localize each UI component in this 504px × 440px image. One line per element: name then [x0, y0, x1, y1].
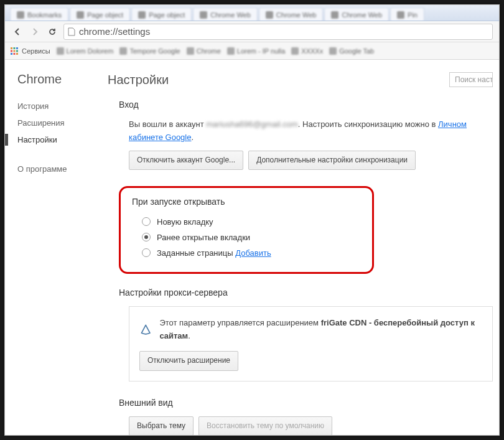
browser-tab[interactable]: Bookmarks: [10, 7, 68, 21]
section-title: При запуске открывать: [132, 197, 361, 207]
bookmark-item[interactable]: Lorem Dolorem: [57, 47, 114, 55]
disconnect-google-button[interactable]: Отключить аккаунт Google...: [129, 151, 243, 170]
section-proxy: Настройки прокси-сервера Этот параметр у…: [108, 288, 493, 381]
content-area: Chrome История Расширения Настройки О пр…: [5, 60, 499, 435]
browser-tab[interactable]: Chrome Web: [259, 7, 324, 21]
radio-icon: [142, 217, 151, 226]
section-appearance: Внешний вид Выбрать тему Восстановить те…: [108, 398, 493, 435]
browser-tab[interactable]: Page object: [131, 7, 192, 21]
account-email: mariusha696@gmail.com: [206, 119, 298, 129]
svg-rect-6: [11, 53, 12, 55]
bookmark-item[interactable]: XXXXx: [291, 47, 323, 55]
login-text: Вы вошли в аккаунт mariusha696@gmail.com…: [119, 118, 493, 170]
frigate-icon: [139, 323, 152, 337]
advanced-sync-button[interactable]: Дополнительные настройки синхронизации: [248, 151, 416, 170]
section-title: Вход: [119, 100, 493, 110]
browser-tab[interactable]: Page object: [70, 7, 130, 21]
radio-label: Новую вкладку: [157, 217, 213, 227]
radio-label: Ранее открытые вкладки: [157, 233, 250, 242]
radio-icon: [142, 248, 151, 257]
proxy-managed-box: Этот параметр управляется расширением fr…: [129, 306, 493, 381]
svg-rect-2: [16, 47, 18, 49]
sidebar-item-about[interactable]: О программе: [17, 161, 108, 177]
radio-icon: [142, 233, 151, 241]
proxy-message: Этот параметр управляется расширением fr…: [159, 317, 482, 343]
browser-tab[interactable]: Pin: [390, 7, 424, 21]
browser-tab[interactable]: Chrome Web: [193, 7, 258, 21]
svg-rect-0: [11, 47, 12, 49]
disable-extension-button[interactable]: Отключить расширение: [139, 351, 238, 370]
main-panel: Настройки Поиск наст Вход Вы вошли в акк…: [108, 60, 499, 435]
sidebar-item-extensions[interactable]: Расширения: [17, 115, 108, 131]
startup-option-newtab[interactable]: Новую вкладку: [132, 214, 361, 230]
startup-option-pages[interactable]: Заданные страницы Добавить: [132, 245, 361, 261]
tab-strip: Bookmarks Page object Page object Chrome…: [5, 5, 499, 21]
section-title: Внешний вид: [119, 398, 493, 408]
apps-shortcut[interactable]: Сервисы: [10, 47, 50, 55]
svg-rect-7: [14, 53, 16, 55]
bookmark-item[interactable]: Google Tab: [329, 47, 374, 55]
bookmarks-bar: Сервисы Lorem Dolorem Tempore Google Chr…: [5, 42, 499, 60]
startup-section-highlighted: При запуске открывать Новую вкладку Ране…: [119, 186, 374, 274]
svg-rect-1: [14, 47, 16, 49]
bookmark-item[interactable]: Lorem - IP nulla: [227, 47, 285, 55]
add-pages-link[interactable]: Добавить: [235, 248, 271, 258]
forward-button[interactable]: [29, 26, 41, 38]
choose-theme-button[interactable]: Выбрать тему: [129, 416, 194, 435]
bookmark-item[interactable]: Chrome: [187, 47, 221, 55]
radio-label: Заданные страницы Добавить: [157, 248, 271, 258]
toolbar: chrome://settings: [5, 21, 499, 42]
reset-theme-button: Восстановить тему по умолчанию: [198, 416, 332, 435]
chrome-window: Bookmarks Page object Page object Chrome…: [4, 4, 500, 436]
browser-tab[interactable]: Chrome Web: [324, 7, 389, 21]
url-text: chrome://settings: [79, 26, 150, 37]
svg-rect-8: [16, 53, 18, 55]
page-icon: [68, 27, 75, 36]
section-title: Настройки прокси-сервера: [119, 288, 493, 297]
svg-rect-4: [14, 50, 16, 52]
section-login: Вход Вы вошли в аккаунт mariusha696@gmai…: [108, 100, 493, 170]
page-title: Настройки: [108, 73, 449, 87]
app-name: Chrome: [17, 72, 108, 87]
sidebar-item-settings[interactable]: Настройки: [17, 131, 108, 148]
apps-label: Сервисы: [22, 47, 50, 55]
address-bar[interactable]: chrome://settings: [63, 24, 493, 40]
apps-icon: [10, 47, 19, 55]
bookmark-item[interactable]: Tempore Google: [119, 47, 180, 55]
sidebar: Chrome История Расширения Настройки О пр…: [5, 60, 108, 435]
reload-button[interactable]: [46, 26, 58, 38]
svg-rect-5: [16, 50, 18, 52]
svg-rect-3: [11, 50, 12, 52]
settings-search[interactable]: Поиск наст: [449, 72, 493, 87]
startup-option-continue[interactable]: Ранее открытые вкладки: [132, 230, 361, 245]
back-button[interactable]: [11, 26, 24, 38]
sidebar-item-history[interactable]: История: [17, 98, 108, 115]
